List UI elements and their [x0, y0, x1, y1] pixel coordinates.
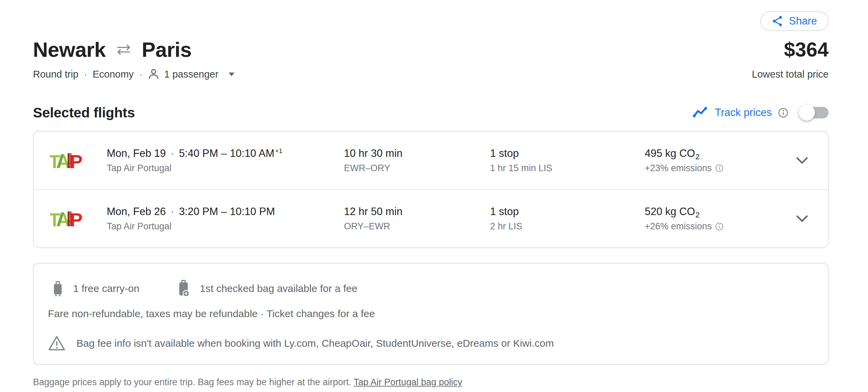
flight-row-return[interactable]: T A AIR PORTUGAL P Mon, Feb 26 · 3:20 PM… — [34, 190, 828, 247]
track-prices-label: Track prices — [715, 107, 772, 119]
layover-info: 2 hr LIS — [490, 221, 645, 232]
flight-duration: 10 hr 30 min — [344, 147, 490, 160]
co2-subscript: 2 — [695, 152, 699, 161]
tap-air-portugal-logo: T A AIR PORTUGAL P — [50, 150, 83, 171]
bag-fee-warning-text: Bag fee info isn't available when bookin… — [76, 338, 554, 349]
emissions-amount: 495 kg CO — [645, 147, 695, 160]
separator-dot: · — [171, 147, 174, 160]
carry-on-label: 1 free carry-on — [73, 283, 139, 294]
share-button[interactable]: Share — [760, 11, 829, 31]
bag-allowance-row: 1 free carry-on 1st checked bag availabl… — [52, 279, 814, 298]
share-row: Share — [33, 11, 829, 31]
track-prices-toggle[interactable] — [799, 104, 829, 121]
flight-duration: 12 hr 50 min — [344, 206, 490, 218]
svg-text:P: P — [70, 209, 83, 229]
trend-line-icon — [693, 107, 709, 119]
selected-flights-card: T A AIR PORTUGAL P Mon, Feb 19 · 5:40 PM… — [33, 131, 829, 248]
passenger-selector[interactable]: 1 passenger — [148, 68, 235, 80]
info-icon[interactable] — [715, 222, 724, 231]
carry-on-allowance: 1 free carry-on — [52, 280, 139, 297]
swap-arrows-icon — [115, 44, 132, 56]
co2-subscript: 2 — [695, 211, 699, 219]
toggle-knob — [799, 104, 815, 121]
caret-down-icon — [229, 72, 235, 76]
bag-policy-link[interactable]: Tap Air Portugal bag policy — [354, 377, 463, 387]
layover-info: 1 hr 15 min LIS — [490, 163, 645, 174]
baggage-footnote: Baggage prices apply to your entire trip… — [33, 377, 829, 388]
info-icon[interactable] — [778, 108, 788, 118]
flight-date: Mon, Feb 19 — [107, 147, 166, 160]
trip-meta-row: Round trip · Economy · 1 passenger Lowes… — [33, 68, 829, 80]
section-title: Selected flights — [33, 105, 135, 121]
flight-route: EWR–ORY — [344, 163, 490, 174]
title-row: Newark Paris $364 — [33, 38, 829, 62]
checked-bag-allowance: 1st checked bag available for a fee — [177, 279, 358, 298]
airline-name: Tap Air Portugal — [107, 163, 344, 174]
flight-stops: 1 stop — [490, 147, 645, 160]
cabin-class-label: Economy — [92, 69, 134, 80]
origin-city: Newark — [33, 38, 106, 62]
flight-times: 5:40 PM – 10:10 AM — [179, 147, 274, 160]
footnote-text: Baggage prices apply to your entire trip… — [33, 377, 354, 387]
arrival-day-offset: +1 — [275, 147, 282, 155]
warning-triangle-icon — [48, 335, 66, 351]
carry-on-bag-icon — [52, 280, 64, 297]
checked-bag-plus-icon — [177, 279, 190, 298]
person-icon — [148, 68, 159, 80]
total-price: $364 — [784, 38, 829, 61]
emissions-delta: +23% emissions — [645, 163, 712, 174]
flight-row-outbound[interactable]: T A AIR PORTUGAL P Mon, Feb 19 · 5:40 PM… — [34, 132, 828, 189]
separator-dot: · — [139, 69, 142, 80]
destination-city: Paris — [142, 38, 192, 62]
emissions-amount: 520 kg CO — [645, 206, 695, 218]
share-label: Share — [789, 15, 817, 27]
info-icon[interactable] — [715, 164, 724, 173]
baggage-info-card: 1 free carry-on 1st checked bag availabl… — [33, 263, 829, 365]
fare-conditions: Fare non-refundable, taxes may be refund… — [48, 308, 814, 320]
expand-flight-button[interactable] — [793, 156, 812, 165]
trip-type-label: Round trip — [33, 69, 79, 80]
airline-name: Tap Air Portugal — [107, 221, 344, 232]
flights-summary-page: Share Newark Paris $364 Round trip · Eco… — [0, 11, 868, 388]
bag-fee-warning: Bag fee info isn't available when bookin… — [48, 335, 814, 351]
svg-text:P: P — [70, 151, 83, 171]
chevron-down-icon — [795, 156, 809, 165]
selected-flights-header: Selected flights Track prices — [33, 104, 829, 121]
track-prices-group: Track prices — [693, 104, 829, 121]
price-caption: Lowest total price — [752, 69, 829, 80]
expand-flight-button[interactable] — [793, 214, 812, 223]
checked-bag-label: 1st checked bag available for a fee — [200, 283, 358, 294]
flight-stops: 1 stop — [490, 206, 645, 218]
emissions-delta: +26% emissions — [645, 221, 712, 232]
passenger-count-label: 1 passenger — [164, 69, 219, 80]
flight-date: Mon, Feb 26 — [107, 206, 166, 218]
separator-dot: · — [84, 69, 87, 80]
separator-dot: · — [171, 206, 174, 218]
flight-route: ORY–EWR — [344, 221, 490, 232]
tap-air-portugal-logo: T A AIR PORTUGAL P — [50, 208, 83, 229]
flight-times: 3:20 PM – 10:10 PM — [179, 206, 275, 218]
share-icon — [772, 15, 783, 27]
chevron-down-icon — [795, 214, 809, 223]
